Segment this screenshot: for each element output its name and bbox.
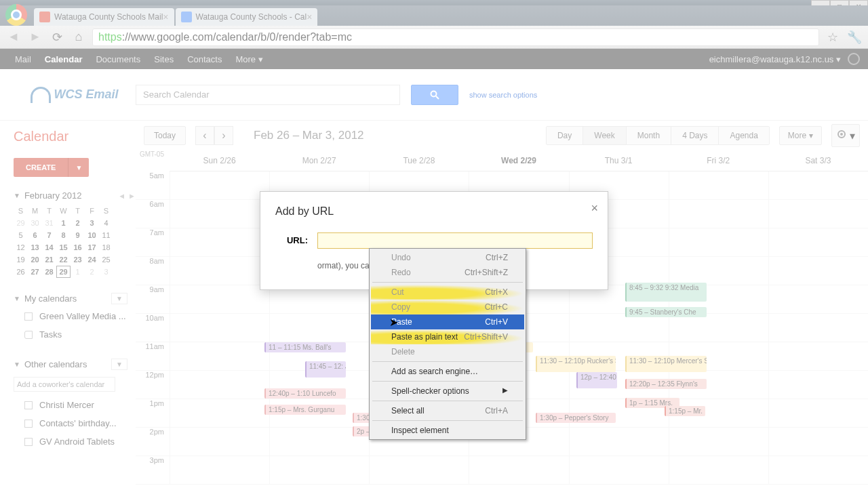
event[interactable]: 12p – 12:40 MS BOB (576, 372, 617, 388)
ctx-undo[interactable]: UndoCtrl+Z (371, 250, 524, 265)
mini-calendar[interactable]: S M T W T F S 2930311234 567891011 12131… (14, 205, 136, 278)
day-header[interactable]: Sun 2/26 (170, 150, 269, 171)
settings-button[interactable]: ▾ (831, 124, 860, 147)
url-input[interactable] (317, 232, 593, 249)
tasks-checkbox[interactable] (24, 331, 33, 339)
day-header[interactable]: Tue 2/28 (369, 150, 469, 171)
user-email[interactable]: eichmillera@watauga.k12.nc.us ▾ (709, 54, 841, 64)
ctx-spell-checker[interactable]: Spell-checker options▶ (371, 384, 524, 399)
gmail-icon (39, 12, 50, 22)
sidebar: Calendar CREATE ▼ ▼ February 2012 ◄ ► S … (0, 121, 136, 488)
reload-button[interactable]: ⟳ (49, 29, 65, 45)
home-button[interactable]: ⌂ (71, 29, 87, 45)
view-week[interactable]: Week (583, 127, 626, 144)
ctx-copy[interactable]: CopyCtrl+C (371, 300, 524, 314)
gbar-calendar[interactable]: Calendar (38, 54, 90, 64)
caret-toggle-icon: ▼ (14, 295, 20, 302)
calendar-checkbox[interactable] (24, 420, 33, 428)
ctx-delete[interactable]: Delete (371, 344, 524, 359)
ctx-select-all[interactable]: Select allCtrl+A (371, 403, 524, 418)
ctx-add-search-engine[interactable]: Add as search engine… (371, 364, 524, 379)
gbar-more[interactable]: More ▾ (229, 54, 269, 64)
tab-calendar[interactable]: Watauga County Schools - Cal × (176, 8, 318, 26)
next-week-button[interactable]: › (214, 126, 233, 145)
event[interactable]: 12:20p – 12:35 Flynn's (625, 379, 707, 389)
day-header-today[interactable]: Wed 2/29 (469, 150, 568, 171)
calendar-item[interactable]: Christi Mercer (14, 396, 136, 414)
gbar-mail[interactable]: Mail (8, 54, 38, 64)
date-range-label: Feb 26 – Mar 3, 2012 (254, 129, 364, 142)
separator (372, 361, 523, 362)
gbar-sites[interactable]: Sites (147, 54, 180, 64)
ctx-cut[interactable]: CutCtrl+X (371, 285, 524, 300)
day-header[interactable]: Sat 3/3 (768, 150, 868, 171)
add-coworker-input[interactable] (14, 377, 115, 392)
calendar-item[interactable]: Contacts' birthday... (14, 414, 136, 432)
close-icon[interactable]: × (163, 12, 168, 22)
calendar-checkbox[interactable] (24, 401, 33, 409)
calendar-checkbox[interactable] (24, 438, 33, 446)
month-nav: ▼ February 2012 ◄ ► (14, 190, 136, 201)
event[interactable]: 1:15p – Mrs. Gurganu (264, 405, 346, 415)
chevron-down-icon[interactable]: ▼ (111, 359, 127, 370)
calendar-checkbox[interactable] (24, 312, 33, 321)
calendar-toolbar: Today ‹ › Feb 26 – Mar 3, 2012 Day Week … (136, 121, 868, 150)
view-day[interactable]: Day (547, 127, 583, 144)
today-button[interactable]: Today (144, 126, 186, 145)
gear-icon[interactable] (848, 53, 860, 65)
caret-toggle-icon[interactable]: ▼ (14, 192, 20, 199)
calendar-item[interactable]: GV Android Tablets (14, 432, 136, 451)
view-4days[interactable]: 4 Days (671, 127, 719, 144)
event[interactable]: 1:30p – Pepper's Story (536, 413, 616, 423)
day-header[interactable]: Fri 3/2 (669, 150, 768, 171)
create-dropdown-button[interactable]: ▼ (68, 158, 89, 177)
wcs-logo: WCS Email (27, 78, 122, 112)
event[interactable]: 11:45 – 12: Jr. BOB (305, 361, 346, 378)
create-button[interactable]: CREATE (14, 158, 68, 177)
modal-title: Add by URL (275, 205, 593, 218)
event[interactable]: 9:45 – Stanbery's Che (625, 307, 707, 317)
my-calendars-header[interactable]: ▼ My calendars ▼ (14, 290, 136, 307)
separator (372, 401, 523, 401)
event[interactable]: 8:45 – 9:32 9:32 Media (625, 283, 707, 302)
ctx-inspect-element[interactable]: Inspect element (371, 423, 524, 438)
tab-label: Watauga County Schools - Cal (196, 12, 307, 22)
more-button[interactable]: More ▾ (779, 126, 822, 145)
url-bar: ◄ ► ⟳ ⌂ https://www.google.com/calendar/… (0, 26, 868, 49)
event[interactable]: 1:15p – Mr. (665, 406, 705, 416)
forward-button: ► (27, 29, 43, 45)
other-calendars-header[interactable]: ▼ Other calendars ▼ (14, 356, 136, 373)
search-button[interactable] (411, 85, 458, 105)
ctx-redo[interactable]: RedoCtrl+Shift+Z (371, 265, 524, 280)
svg-point-3 (840, 133, 843, 136)
close-icon[interactable]: × (591, 201, 598, 216)
event[interactable]: 11:30 – 12:10p Mercer's Story and (625, 356, 707, 372)
gbar-contacts[interactable]: Contacts (180, 54, 229, 64)
prev-week-button[interactable]: ‹ (195, 126, 214, 145)
ctx-paste-plain[interactable]: Paste as plain textCtrl+Shift+V (371, 329, 524, 344)
back-button[interactable]: ◄ (5, 29, 22, 45)
event[interactable]: 11 – 11:15 Ms. Ball's (264, 342, 346, 352)
event[interactable]: 11:30 – 12:10p Rucker's Stor (536, 356, 616, 372)
chevron-down-icon[interactable]: ▼ (111, 293, 127, 304)
url-input-wrap[interactable]: https://www.google.com/calendar/b/0/rend… (92, 28, 819, 46)
bookmark-icon[interactable]: ☆ (825, 29, 841, 45)
view-agenda[interactable]: Agenda (719, 127, 768, 144)
close-icon[interactable]: × (307, 12, 312, 22)
day-header[interactable]: Mon 2/27 (269, 150, 369, 171)
calendar-item[interactable]: Green Valley Media ... (14, 307, 136, 325)
tab-mail[interactable]: Watauga County Schools Mail × (34, 8, 174, 26)
search-options-link[interactable]: show search options (469, 91, 537, 99)
calendar-item[interactable]: Tasks (14, 325, 136, 344)
prev-month-button[interactable]: ◄ (118, 192, 125, 200)
browser-tabs: Watauga County Schools Mail × Watauga Co… (0, 5, 868, 26)
wrench-icon[interactable]: 🔧 (846, 29, 863, 45)
view-month[interactable]: Month (627, 127, 671, 144)
search-input[interactable] (136, 85, 400, 105)
event[interactable]: 12:40p – 1:10 Luncefo (264, 388, 346, 399)
timezone-label: GMT-05 (136, 150, 170, 171)
day-header[interactable]: Thu 3/1 (569, 150, 669, 171)
separator (372, 381, 523, 382)
next-month-button[interactable]: ► (128, 192, 136, 200)
gbar-documents[interactable]: Documents (89, 54, 147, 64)
